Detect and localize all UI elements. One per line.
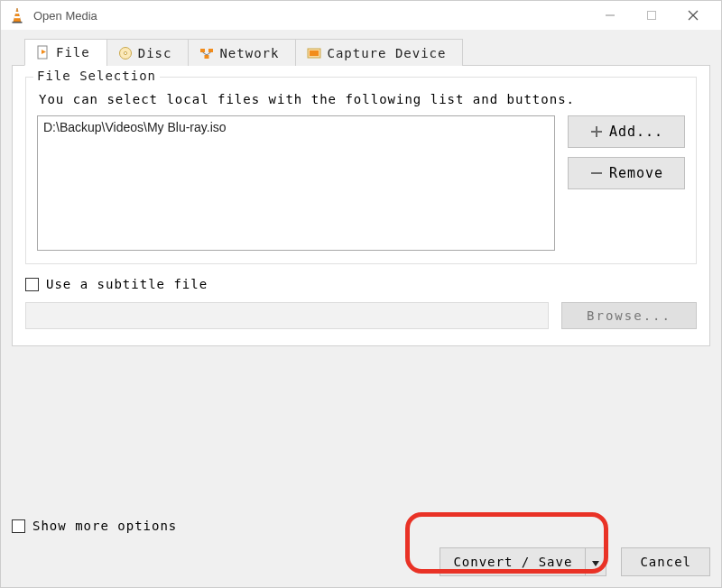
tab-disc[interactable]: Disc xyxy=(106,39,190,66)
svg-marker-22 xyxy=(592,561,599,566)
plus-icon xyxy=(589,124,604,139)
open-media-window: Open Media File Disc Network Capture Dev xyxy=(0,0,722,588)
tab-file[interactable]: File xyxy=(24,39,107,66)
browse-button: Browse... xyxy=(561,302,697,329)
minus-icon xyxy=(589,166,604,180)
dialog-body: File Disc Network Capture Device File Se… xyxy=(1,30,721,346)
more-options-checkbox[interactable] xyxy=(12,519,25,533)
svg-rect-2 xyxy=(14,16,20,18)
browse-button-label: Browse... xyxy=(587,308,671,323)
svg-rect-1 xyxy=(15,12,19,14)
capture-icon xyxy=(307,46,321,60)
cancel-button-label: Cancel xyxy=(640,555,691,569)
convert-save-dropdown[interactable] xyxy=(586,548,606,575)
subtitle-section: Use a subtitle file Browse... xyxy=(25,277,697,329)
file-icon xyxy=(36,45,51,60)
svg-rect-20 xyxy=(591,131,602,133)
network-icon xyxy=(199,46,214,60)
remove-button-label: Remove xyxy=(609,165,663,181)
window-controls xyxy=(589,1,714,30)
file-list-item[interactable]: D:\Backup\Videos\My Blu-ray.iso xyxy=(43,120,549,134)
convert-save-button[interactable]: Convert / Save xyxy=(440,547,606,576)
tab-capture[interactable]: Capture Device xyxy=(295,39,463,66)
close-button[interactable] xyxy=(672,1,714,30)
subtitle-path-input xyxy=(25,302,549,329)
bottom-bar: Show more options Convert / Save Cancel xyxy=(12,519,710,576)
titlebar: Open Media xyxy=(1,1,721,30)
svg-rect-5 xyxy=(648,12,656,20)
window-title: Open Media xyxy=(33,9,97,23)
add-button[interactable]: Add... xyxy=(568,115,685,148)
subtitle-checkbox-label: Use a subtitle file xyxy=(46,277,208,291)
tab-label: Network xyxy=(219,46,279,60)
svg-rect-3 xyxy=(13,22,23,23)
more-options-label: Show more options xyxy=(32,519,177,533)
subtitle-checkbox[interactable] xyxy=(25,278,39,291)
file-selection-legend: File Selection xyxy=(33,69,160,83)
tab-network[interactable]: Network xyxy=(188,39,296,66)
add-button-label: Add... xyxy=(609,124,663,140)
convert-save-label[interactable]: Convert / Save xyxy=(440,548,586,575)
disc-icon xyxy=(118,46,133,60)
svg-line-15 xyxy=(203,52,208,55)
svg-line-16 xyxy=(207,52,211,55)
file-list[interactable]: D:\Backup\Videos\My Blu-ray.iso xyxy=(37,115,555,251)
vlc-icon xyxy=(8,6,26,24)
tab-label: File xyxy=(56,45,90,60)
svg-rect-14 xyxy=(205,55,209,59)
tab-label: Disc xyxy=(138,46,172,60)
minimize-button[interactable] xyxy=(589,1,631,30)
file-selection-hint: You can select local files with the foll… xyxy=(39,92,685,106)
svg-rect-21 xyxy=(591,172,602,174)
tab-bar: File Disc Network Capture Device xyxy=(24,39,710,66)
svg-rect-18 xyxy=(310,51,319,56)
tab-label: Capture Device xyxy=(327,46,446,60)
remove-button[interactable]: Remove xyxy=(568,157,685,189)
svg-point-11 xyxy=(124,51,126,54)
maximize-button[interactable] xyxy=(631,1,672,30)
cancel-button[interactable]: Cancel xyxy=(621,547,710,576)
chevron-down-icon xyxy=(592,555,599,569)
svg-rect-12 xyxy=(200,49,205,52)
tab-panel: File Selection You can select local file… xyxy=(12,65,710,346)
svg-rect-13 xyxy=(208,49,213,52)
svg-marker-0 xyxy=(14,8,21,22)
file-selection-group: File Selection You can select local file… xyxy=(25,77,697,264)
